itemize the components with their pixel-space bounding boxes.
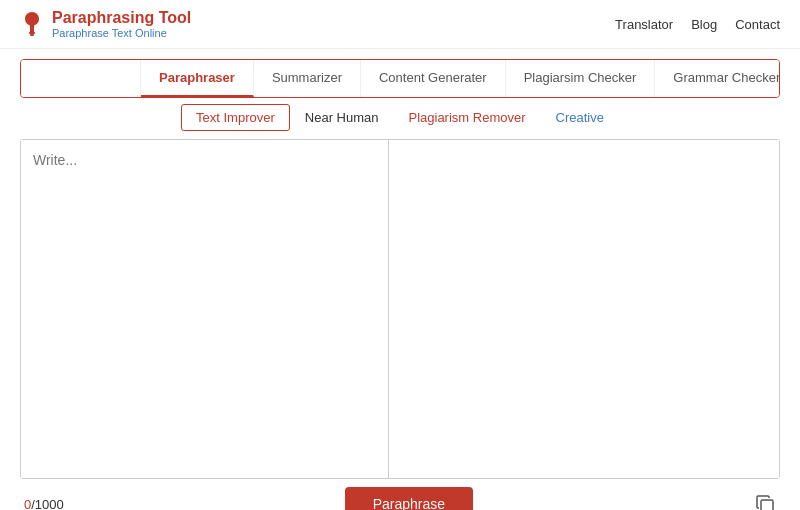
tab-search-input[interactable] xyxy=(39,70,122,85)
logo-subtitle-plain: Paraphrase xyxy=(52,27,109,39)
header: Paraphrasing Tool Paraphrase Text Online… xyxy=(0,0,800,49)
sub-tabs: Text Improver Near Human Plagiarism Remo… xyxy=(20,104,780,131)
footer-bar: 0/1000 Paraphrase xyxy=(20,479,780,510)
logo-title: Paraphrasing Tool xyxy=(52,8,191,27)
main-tabs: Paraphraser Summarizer Content Generater… xyxy=(20,59,780,98)
nav-translator[interactable]: Translator xyxy=(615,17,673,32)
logo-area: Paraphrasing Tool Paraphrase Text Online xyxy=(20,8,191,40)
word-count-max: 1000 xyxy=(35,497,64,510)
logo-icon xyxy=(20,10,44,38)
nav-blog[interactable]: Blog xyxy=(691,17,717,32)
tab-plagiarism-checker[interactable]: Plagiarsim Checker xyxy=(506,60,656,97)
input-panel xyxy=(21,140,389,478)
logo-subtitle-link: Text Online xyxy=(112,27,167,39)
editor-area xyxy=(20,139,780,479)
tab-search-area[interactable] xyxy=(21,60,141,97)
tab-grammar-checker[interactable]: Grammar Checker xyxy=(655,60,780,97)
paraphrase-button[interactable]: Paraphrase xyxy=(345,487,473,510)
svg-rect-0 xyxy=(29,32,35,34)
sub-tab-creative[interactable]: Creative xyxy=(541,104,619,131)
logo-subtitle: Paraphrase Text Online xyxy=(52,27,191,40)
logo-text-area: Paraphrasing Tool Paraphrase Text Online xyxy=(52,8,191,40)
tab-content-generater[interactable]: Content Generater xyxy=(361,60,506,97)
sub-tab-text-improver[interactable]: Text Improver xyxy=(181,104,290,131)
copy-icon[interactable] xyxy=(754,493,776,510)
sub-tab-plagiarism-remover[interactable]: Plagiarism Remover xyxy=(393,104,540,131)
tab-summarizer[interactable]: Summarizer xyxy=(254,60,361,97)
svg-rect-1 xyxy=(30,34,34,36)
sub-tab-near-human[interactable]: Near Human xyxy=(290,104,394,131)
svg-rect-2 xyxy=(761,500,773,510)
tab-paraphraser[interactable]: Paraphraser xyxy=(141,60,254,97)
word-count: 0/1000 xyxy=(24,497,64,510)
header-nav: Translator Blog Contact xyxy=(615,17,780,32)
text-input[interactable] xyxy=(21,140,388,478)
nav-contact[interactable]: Contact xyxy=(735,17,780,32)
output-panel xyxy=(389,140,780,478)
